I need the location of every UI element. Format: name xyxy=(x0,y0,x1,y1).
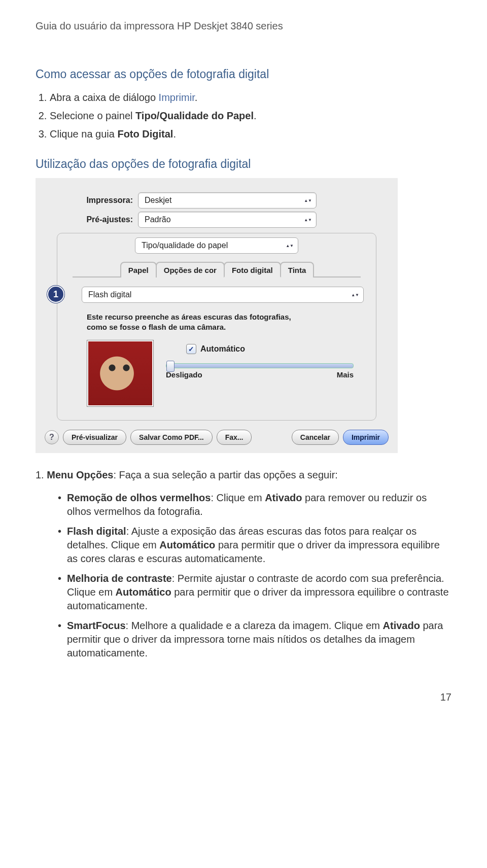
bullet-red-eye-t1: : Clique em xyxy=(211,492,265,503)
printer-label: Impressora: xyxy=(62,196,138,205)
slider-track[interactable] xyxy=(166,363,354,368)
option-controls: ✓ Automático Desligado Mais xyxy=(166,340,359,382)
bullet-smartfocus: SmartFocus: Melhore a qualidade e a clar… xyxy=(58,616,451,663)
menu-intro-num: 1. xyxy=(36,469,47,480)
preview-button[interactable]: Pré-visualizar xyxy=(63,430,126,445)
page-number: 17 xyxy=(36,691,451,703)
menu-intro-rest: : Faça a sua seleção a partir das opções… xyxy=(113,469,337,480)
callout-badge-1: 1 xyxy=(47,286,64,303)
step-2: Selecione o painel Tipo/Qualidade do Pap… xyxy=(50,107,451,125)
printer-row: Impressora: Deskjet ▲▼ xyxy=(62,192,376,209)
bullet-smartfocus-title: SmartFocus xyxy=(67,620,126,631)
bullet-flash-digital: Flash digital: Ajuste a exposição das ár… xyxy=(58,522,451,569)
tab-foto-digital[interactable]: Foto digital xyxy=(224,262,281,277)
document-page: Guia do usuário da impressora HP Deskjet… xyxy=(0,0,487,718)
bullet-smartfocus-t1: : Melhore a qualidade e a clareza da ima… xyxy=(126,620,383,631)
dialog-footer: ? Pré-visualizar Salvar Como PDF... Fax.… xyxy=(45,430,389,445)
presets-label: Pré-ajustes: xyxy=(62,215,138,224)
bullet-red-eye: Remoção de olhos vermelhos: Clique em At… xyxy=(58,488,451,522)
step-1-link: Imprimir xyxy=(159,92,195,103)
digital-option-select[interactable]: Flash digital ▲▼ xyxy=(82,287,364,303)
step-1-pre: Abra a caixa de diálogo xyxy=(50,92,159,103)
updown-icon: ▲▼ xyxy=(351,293,359,297)
slider-max-label: Mais xyxy=(337,370,354,379)
menu-intro: 1. Menu Opções: Faça a sua seleção a par… xyxy=(36,468,451,482)
presets-select[interactable]: Padrão ▲▼ xyxy=(138,212,317,228)
bullet-red-eye-title: Remoção de olhos vermelhos xyxy=(67,492,211,503)
digital-option-value: Flash digital xyxy=(88,290,131,299)
step-1-post: . xyxy=(195,92,198,103)
slider-thumb[interactable] xyxy=(166,361,175,372)
intensity-slider: Desligado Mais xyxy=(166,363,354,379)
step-1: Abra a caixa de diálogo Imprimir. xyxy=(50,88,451,107)
steps-list: Abra a caixa de diálogo Imprimir. Seleci… xyxy=(36,88,451,143)
step-3-pre: Clique na guia xyxy=(50,128,117,140)
auto-checkbox-row: ✓ Automático xyxy=(186,344,359,354)
section-heading-usage: Utilização das opções de fotografia digi… xyxy=(36,157,451,171)
help-button[interactable]: ? xyxy=(45,430,59,444)
panel-category-select[interactable]: Tipo/qualidade do papel ▲▼ xyxy=(135,237,298,254)
running-header: Guia do usuário da impressora HP Deskjet… xyxy=(36,20,451,32)
updown-icon: ▲▼ xyxy=(304,218,312,222)
bullet-contrast: Melhoria de contraste: Permite ajustar o… xyxy=(58,569,451,616)
cancel-button[interactable]: Cancelar xyxy=(292,430,339,445)
bullet-smartfocus-b2: Ativado xyxy=(383,620,420,631)
presets-row: Pré-ajustes: Padrão ▲▼ xyxy=(62,212,376,228)
presets-value: Padrão xyxy=(145,215,171,224)
preview-photo xyxy=(87,340,154,407)
bullet-red-eye-b2: Ativado xyxy=(265,492,302,503)
print-dialog-screenshot: Impressora: Deskjet ▲▼ Pré-ajustes: Padr… xyxy=(36,178,398,453)
menu-intro-bold: Menu Opções xyxy=(47,469,113,480)
print-button[interactable]: Imprimir xyxy=(343,430,389,445)
auto-checkbox[interactable]: ✓ xyxy=(186,344,196,354)
updown-icon: ▲▼ xyxy=(304,199,312,202)
step-3: Clique na guia Foto Digital. xyxy=(50,125,451,143)
printer-value: Deskjet xyxy=(145,196,171,205)
fax-button[interactable]: Fax... xyxy=(217,430,252,445)
panel-tabs: Papel Opções de cor Foto digital Tinta xyxy=(73,261,361,277)
save-pdf-button[interactable]: Salvar Como PDF... xyxy=(130,430,213,445)
bullet-contrast-b2: Automático xyxy=(116,586,171,598)
tab-content: 1 Flash digital ▲▼ Este recurso preenche… xyxy=(69,287,364,407)
tab-tinta[interactable]: Tinta xyxy=(280,262,315,277)
tab-papel[interactable]: Papel xyxy=(120,262,157,277)
bullet-contrast-title: Melhoria de contraste xyxy=(67,573,172,584)
preview-row: ✓ Automático Desligado Mais xyxy=(87,340,359,407)
option-description: Este recurso preenche as áreas escuras d… xyxy=(87,312,300,333)
section-heading-access: Como acessar as opções de fotografia dig… xyxy=(36,67,451,81)
tab-opcoes-de-cor[interactable]: Opções de cor xyxy=(156,262,225,277)
panel-category-value: Tipo/qualidade do papel xyxy=(142,241,228,250)
step-2-bold: Tipo/Qualidade do Papel xyxy=(135,110,254,121)
slider-labels: Desligado Mais xyxy=(166,370,354,379)
updown-icon: ▲▼ xyxy=(286,244,294,248)
options-bullets: Remoção de olhos vermelhos: Clique em At… xyxy=(58,488,451,663)
step-2-post: . xyxy=(254,110,257,121)
step-3-post: . xyxy=(173,128,176,140)
bullet-flash-b2: Automático xyxy=(159,539,215,550)
bullet-flash-title: Flash digital xyxy=(67,526,126,537)
options-panel: Tipo/qualidade do papel ▲▼ Papel Opções … xyxy=(57,233,376,421)
auto-label: Automático xyxy=(200,344,245,354)
step-3-bold: Foto Digital xyxy=(117,128,173,140)
step-2-pre: Selecione o painel xyxy=(50,110,135,121)
printer-select[interactable]: Deskjet ▲▼ xyxy=(138,192,317,209)
